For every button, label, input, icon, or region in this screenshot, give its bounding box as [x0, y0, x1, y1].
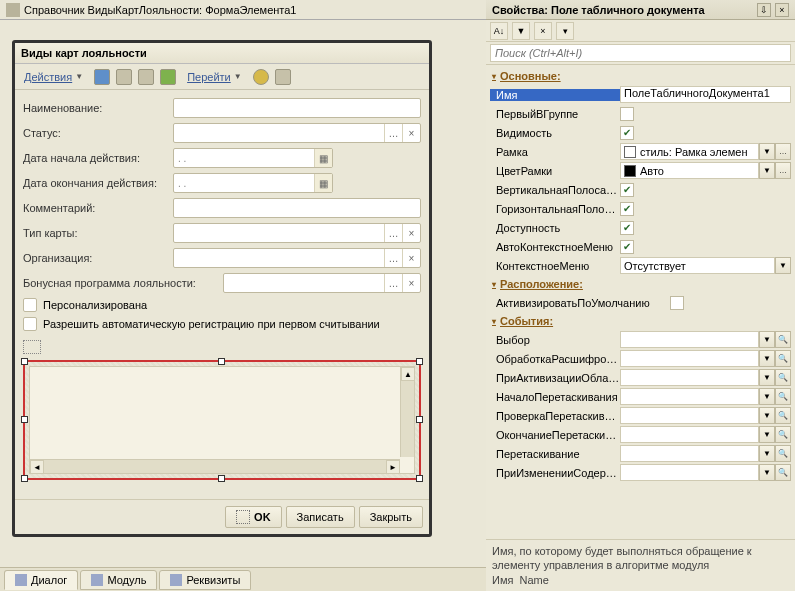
toolbar-icon-refresh[interactable]: [160, 69, 176, 85]
checkbox-first-in-group[interactable]: [620, 107, 634, 121]
open-button[interactable]: 🔍: [775, 350, 791, 367]
close-button[interactable]: Закрыть: [359, 506, 423, 528]
prop-name-value[interactable]: ПолеТабличногоДокумента1: [620, 86, 791, 103]
calendar-icon[interactable]: ▦: [314, 149, 332, 167]
checkbox-vscroll[interactable]: ✔: [620, 183, 634, 197]
close-panel-icon[interactable]: ×: [775, 3, 789, 17]
properties-search[interactable]: [486, 42, 795, 65]
more-button[interactable]: …: [775, 143, 791, 160]
prop-event-drag-start: НачалоПеретаскивания: [490, 391, 620, 403]
checkbox-autoreg[interactable]: [23, 317, 37, 331]
dropdown-button[interactable]: ▼: [759, 426, 775, 443]
toolbar-icon-3[interactable]: [138, 69, 154, 85]
clear-filter-icon[interactable]: ×: [534, 22, 552, 40]
form-designer-canvas[interactable]: Виды карт лояльности Действия ▼ Перейти …: [12, 40, 432, 537]
input-date-start[interactable]: . .▦: [173, 148, 333, 168]
category-toggle-icon[interactable]: ▾: [556, 22, 574, 40]
group-main[interactable]: Основные:: [490, 67, 791, 85]
tab-module[interactable]: Модуль: [80, 570, 157, 590]
prop-ctx-menu: КонтекстноеМеню: [490, 260, 620, 272]
dropdown-button[interactable]: ▼: [759, 350, 775, 367]
properties-titlebar: Свойства: Поле табличного документа ⇩ ×: [486, 0, 795, 20]
event-drag-end-value[interactable]: [620, 426, 759, 443]
select-button[interactable]: …: [384, 224, 402, 242]
checkbox-personalized[interactable]: [23, 298, 37, 312]
dropdown-button[interactable]: ▼: [759, 407, 775, 424]
designer-tabs: Диалог Модуль Реквизиты: [0, 567, 486, 591]
module-icon: [91, 574, 103, 586]
help-icon[interactable]: [253, 69, 269, 85]
open-button[interactable]: 🔍: [775, 388, 791, 405]
dropdown-button[interactable]: ▼: [775, 257, 791, 274]
prop-event-content-change: ПриИзмененииСодержим: [490, 467, 620, 479]
prop-frame-value[interactable]: стиль: Рамка элемен: [620, 143, 759, 160]
input-status[interactable]: …×: [173, 123, 421, 143]
checkbox-enabled[interactable]: ✔: [620, 221, 634, 235]
dropdown-button[interactable]: ▼: [759, 464, 775, 481]
open-button[interactable]: 🔍: [775, 369, 791, 386]
input-card-type[interactable]: …×: [173, 223, 421, 243]
select-button[interactable]: …: [384, 124, 402, 142]
checkbox-auto-ctx[interactable]: ✔: [620, 240, 634, 254]
toolbar-icon-1[interactable]: [94, 69, 110, 85]
save-button[interactable]: Записать: [286, 506, 355, 528]
event-drag-start-value[interactable]: [620, 388, 759, 405]
goto-menu[interactable]: Перейти ▼: [182, 67, 247, 87]
toolbar-icon-2[interactable]: [116, 69, 132, 85]
prop-vscroll: ВертикальнаяПолосаПро: [490, 184, 620, 196]
event-content-change-value[interactable]: [620, 464, 759, 481]
open-button[interactable]: 🔍: [775, 407, 791, 424]
drag-handle-icon[interactable]: [23, 340, 41, 354]
checkbox-hscroll[interactable]: ✔: [620, 202, 634, 216]
toolbar-icon-last[interactable]: [275, 69, 291, 85]
tab-attributes[interactable]: Реквизиты: [159, 570, 251, 590]
pin-icon[interactable]: ⇩: [757, 3, 771, 17]
event-drag-value[interactable]: [620, 445, 759, 462]
dropdown-button[interactable]: ▼: [759, 162, 775, 179]
event-drag-check-value[interactable]: [620, 407, 759, 424]
prop-name-label[interactable]: Имя: [490, 89, 620, 101]
actions-menu[interactable]: Действия ▼: [19, 67, 88, 87]
select-button[interactable]: …: [384, 249, 402, 267]
input-name[interactable]: [173, 98, 421, 118]
prop-frame-color-value[interactable]: Авто: [620, 162, 759, 179]
more-button[interactable]: …: [775, 162, 791, 179]
open-button[interactable]: 🔍: [775, 445, 791, 462]
event-select-value[interactable]: [620, 331, 759, 348]
prop-first-in-group: ПервыйВГруппе: [490, 108, 620, 120]
dropdown-button[interactable]: ▼: [759, 331, 775, 348]
tab-dialog[interactable]: Диалог: [4, 570, 78, 590]
filter-icon[interactable]: ▼: [512, 22, 530, 40]
properties-search-input[interactable]: [490, 44, 791, 62]
open-button[interactable]: 🔍: [775, 331, 791, 348]
open-button[interactable]: 🔍: [775, 464, 791, 481]
clear-button[interactable]: ×: [402, 274, 420, 292]
checkbox-activate-default[interactable]: [670, 296, 684, 310]
input-org[interactable]: …×: [173, 248, 421, 268]
group-layout[interactable]: Расположение:: [490, 275, 791, 293]
vertical-scrollbar[interactable]: ▲: [400, 367, 414, 457]
dropdown-button[interactable]: ▼: [759, 143, 775, 160]
event-activate-area-value[interactable]: [620, 369, 759, 386]
input-bonus-prog[interactable]: …×: [223, 273, 421, 293]
prop-ctx-menu-value[interactable]: Отсутствует: [620, 257, 775, 274]
group-events[interactable]: События:: [490, 312, 791, 330]
sort-az-icon[interactable]: A↓: [490, 22, 508, 40]
dropdown-button[interactable]: ▼: [759, 445, 775, 462]
event-drill-value[interactable]: [620, 350, 759, 367]
selected-spreadsheet-field[interactable]: ▲ ◄►: [23, 360, 421, 480]
clear-button[interactable]: ×: [402, 224, 420, 242]
select-button[interactable]: …: [384, 274, 402, 292]
clear-button[interactable]: ×: [402, 249, 420, 267]
checkbox-visibility[interactable]: ✔: [620, 126, 634, 140]
input-date-end[interactable]: . .▦: [173, 173, 333, 193]
dropdown-button[interactable]: ▼: [759, 369, 775, 386]
input-comment[interactable]: [173, 198, 421, 218]
calendar-icon[interactable]: ▦: [314, 174, 332, 192]
open-button[interactable]: 🔍: [775, 426, 791, 443]
prop-event-drag: Перетаскивание: [490, 448, 620, 460]
ok-button[interactable]: OK: [225, 506, 282, 528]
dropdown-button[interactable]: ▼: [759, 388, 775, 405]
horizontal-scrollbar[interactable]: ◄►: [30, 459, 400, 473]
clear-button[interactable]: ×: [402, 124, 420, 142]
